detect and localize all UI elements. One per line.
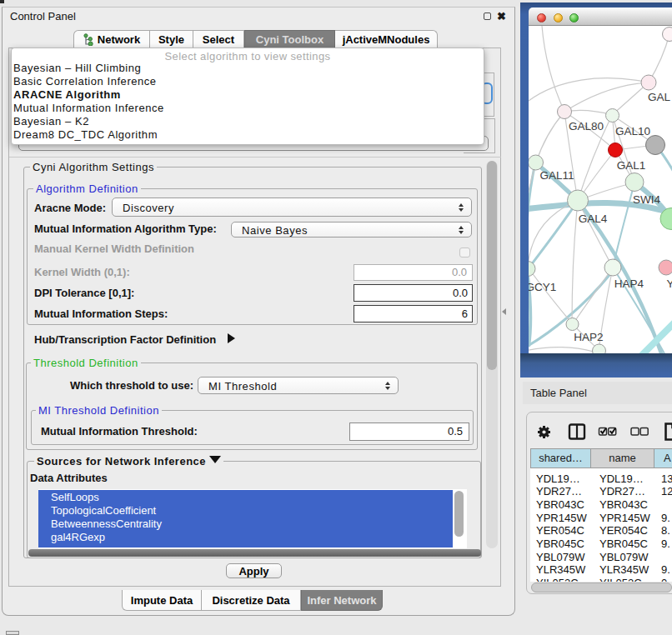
svg-text:Y: Y [667,278,672,290]
svg-text:GAL10: GAL10 [615,125,650,138]
svg-text:GCY1: GCY1 [529,281,556,293]
svg-text:SWI4: SWI4 [633,193,660,206]
svg-text:HAP4: HAP4 [614,278,644,290]
svg-text:HAP2: HAP2 [574,331,603,343]
svg-text:GAL: GAL [648,91,671,103]
svg-text:GAL80: GAL80 [569,120,604,132]
svg-text:GAL11: GAL11 [539,169,574,182]
svg-text:GAL4: GAL4 [579,212,608,225]
svg-text:GAL1: GAL1 [617,159,646,172]
